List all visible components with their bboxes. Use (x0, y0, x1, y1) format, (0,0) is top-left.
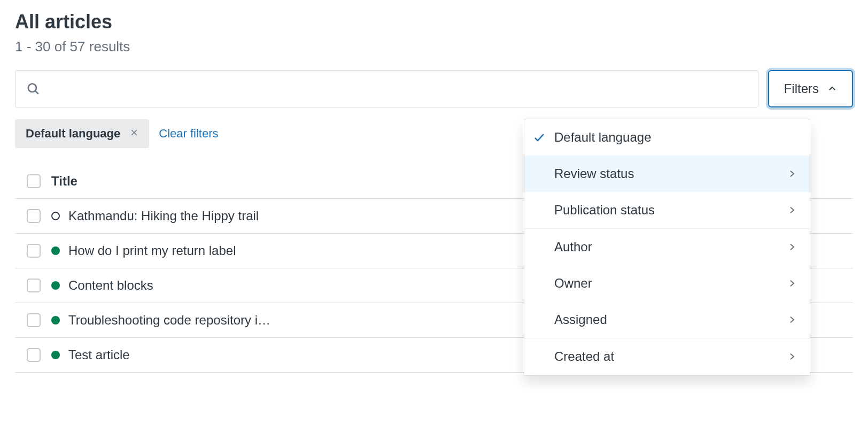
chevron-right-icon (787, 352, 797, 361)
filters-button[interactable]: Filters (768, 70, 853, 107)
filter-chip-label: Default language (26, 127, 120, 141)
svg-line-1 (35, 91, 38, 94)
filter-option-label: Owner (554, 276, 592, 291)
filters-button-label: Filters (784, 81, 819, 96)
filter-option-label: Assigned (554, 312, 607, 327)
dropdown-section: Default languageReview statusPublication… (524, 119, 810, 229)
svg-point-0 (28, 84, 36, 92)
filters-dropdown: Default languageReview statusPublication… (524, 119, 810, 376)
status-indicator-icon (51, 246, 60, 255)
status-indicator-icon (51, 351, 60, 359)
row-checkbox-cell (27, 209, 51, 223)
row-checkbox-cell (27, 279, 51, 292)
search-icon (26, 82, 40, 96)
row-title[interactable]: Kathmandu: Hiking the Hippy trail (68, 208, 259, 223)
column-header-title-label: Title (51, 174, 78, 189)
close-icon[interactable] (130, 128, 138, 140)
row-checkbox[interactable] (27, 279, 41, 292)
filter-option-label: Review status (554, 166, 634, 181)
filter-option-label: Default language (554, 130, 651, 145)
search-input[interactable] (48, 82, 747, 96)
row-checkbox[interactable] (27, 313, 41, 327)
row-checkbox-cell (27, 313, 51, 327)
row-title[interactable]: Content blocks (68, 278, 153, 293)
filter-option-label: Created at (554, 349, 614, 364)
row-checkbox-cell (27, 244, 51, 258)
page-title: All articles (15, 11, 853, 33)
dropdown-section: AuthorOwnerAssigned (524, 229, 810, 338)
select-all-checkbox[interactable] (27, 174, 41, 188)
chevron-right-icon (787, 205, 797, 215)
row-checkbox-cell (27, 348, 51, 362)
row-title[interactable]: Test article (68, 347, 130, 362)
chevron-right-icon (787, 169, 797, 179)
select-all-cell (27, 174, 51, 188)
filter-option[interactable]: Default language (524, 119, 810, 156)
row-checkbox[interactable] (27, 348, 41, 362)
filter-option-label: Publication status (554, 203, 655, 218)
chevron-right-icon (787, 315, 797, 325)
row-title[interactable]: How do I print my return label (68, 243, 236, 258)
filter-chip-default-language[interactable]: Default language (15, 119, 149, 148)
search-filter-row: Filters (15, 70, 853, 107)
filter-option-label: Author (554, 240, 592, 254)
filter-option[interactable]: Assigned (524, 302, 810, 338)
search-box[interactable] (15, 70, 758, 107)
chevron-right-icon (787, 242, 797, 252)
results-count: 1 - 30 of 57 results (15, 38, 853, 55)
check-icon (533, 131, 546, 144)
filter-option[interactable]: Publication status (524, 192, 810, 228)
status-indicator-icon (51, 316, 60, 325)
clear-filters-button[interactable]: Clear filters (159, 127, 218, 141)
status-indicator-icon (51, 212, 60, 220)
filter-option[interactable]: Author (524, 229, 810, 265)
row-title[interactable]: Troubleshooting code repository i… (68, 313, 270, 328)
filter-option[interactable]: Review status (524, 156, 810, 192)
chevron-right-icon (787, 279, 797, 288)
row-checkbox[interactable] (27, 209, 41, 223)
row-checkbox[interactable] (27, 244, 41, 258)
filter-option[interactable]: Owner (524, 265, 810, 302)
filter-option[interactable]: Created at (524, 338, 810, 375)
chevron-up-icon (827, 84, 837, 94)
status-indicator-icon (51, 281, 60, 290)
dropdown-section: Created at (524, 338, 810, 375)
